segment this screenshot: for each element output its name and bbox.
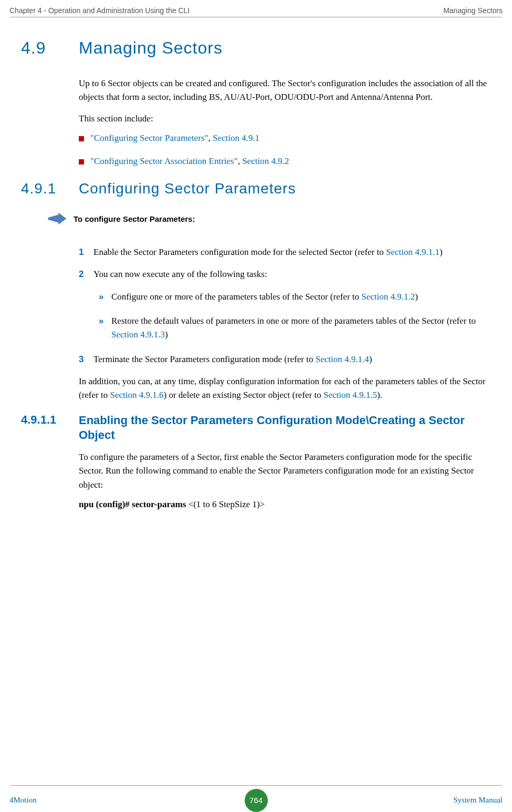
link-section-4-9-1-1[interactable]: Section 4.9.1.1 (386, 247, 440, 257)
section-links-list: "Configuring Sector Parameters", Section… (79, 133, 491, 167)
page-footer: 4Motion 764 System Manual (0, 788, 512, 812)
procedure-label: To configure Sector Parameters: (74, 214, 195, 223)
section-4-9-1-heading: 4.9.1 Configuring Sector Parameters (21, 180, 491, 197)
step-2: 2 You can now execute any of the followi… (79, 268, 491, 281)
text-part: ) (369, 354, 372, 364)
bullet-square-icon (79, 136, 84, 141)
cli-command: npu (config)# sector-params <(1 to 6 Ste… (79, 499, 491, 510)
link-configuring-sector-parameters[interactable]: "Configuring Sector Parameters" (90, 133, 208, 143)
text-part: Terminate the Sector Parameters configur… (93, 354, 316, 364)
step-number: 3 (79, 353, 93, 366)
page-header: Chapter 4 - Operation and Administration… (0, 0, 512, 17)
step-number: 2 (79, 268, 93, 281)
link-section-4-9-1-2[interactable]: Section 4.9.1.2 (361, 292, 415, 302)
link-configuring-sector-association[interactable]: "Configuring Sector Association Entries" (90, 156, 238, 166)
link-section-4-9-1-5[interactable]: Section 4.9.1.5 (323, 390, 377, 400)
link-section-4-9-2[interactable]: Section 4.9.2 (242, 156, 289, 166)
step-text-part: ) (440, 247, 443, 257)
sub-task-item: » Configure one or more of the parameter… (99, 290, 491, 304)
sub-task-text: Configure one or more of the parameters … (111, 290, 418, 304)
sub-tasks-list: » Configure one or more of the parameter… (99, 290, 491, 342)
step-text-part: Enable the Sector Parameters configurati… (93, 247, 386, 257)
section-4-9-heading: 4.9 Managing Sectors (21, 38, 491, 58)
footer-product-name: 4Motion (9, 796, 37, 805)
footer-divider (9, 785, 503, 786)
step-text: You can now execute any of the following… (93, 268, 491, 281)
link-section-4-9-1[interactable]: Section 4.9.1 (213, 133, 259, 143)
separator-text: , (208, 133, 213, 143)
footer-document-type: System Manual (453, 796, 503, 805)
bullet-text: "Configuring Sector Parameters", Section… (90, 133, 259, 143)
link-section-4-9-1-4[interactable]: Section 4.9.1.4 (316, 354, 369, 364)
chevron-icon: » (99, 290, 111, 304)
procedure-steps-continued: 3 Terminate the Sector Parameters config… (79, 353, 491, 366)
step-3: 3 Terminate the Sector Parameters config… (79, 353, 491, 366)
text-part: ) (165, 330, 168, 340)
step-text: Enable the Sector Parameters configurati… (93, 245, 491, 259)
text-part: Configure one or more of the parameters … (111, 292, 361, 302)
header-section: Managing Sectors (443, 6, 503, 15)
page-number-badge: 764 (245, 789, 268, 812)
command-args: <(1 to 6 StepSize 1)> (189, 499, 265, 509)
subsection-title: Configuring Sector Parameters (79, 180, 491, 197)
list-item: "Configuring Sector Parameters", Section… (79, 133, 491, 143)
section-title: Managing Sectors (79, 38, 491, 58)
subsubsection-title: Enabling the Sector Parameters Configura… (79, 413, 491, 443)
body-paragraph: To configure the parameters of a Sector,… (79, 450, 491, 492)
text-part: ) (415, 292, 418, 302)
sub-task-item: » Restore the default values of paramete… (99, 314, 491, 342)
separator-text: , (238, 156, 243, 166)
step-number: 1 (79, 245, 93, 259)
svg-marker-0 (48, 213, 66, 224)
arrow-right-icon (47, 213, 66, 224)
command-bold-part: npu (config)# sector-params (79, 499, 189, 509)
bullet-text: "Configuring Sector Association Entries"… (90, 156, 289, 167)
bullet-square-icon (79, 159, 84, 165)
link-section-4-9-1-3[interactable]: Section 4.9.1.3 (111, 330, 165, 340)
procedure-steps: 1 Enable the Sector Parameters configura… (79, 245, 491, 282)
intro-paragraph-1: Up to 6 Sector objects can be created an… (79, 77, 491, 105)
page-content: 4.9 Managing Sectors Up to 6 Sector obje… (0, 38, 512, 510)
subsection-number: 4.9.1 (21, 180, 79, 197)
list-item: "Configuring Sector Association Entries"… (79, 156, 491, 167)
header-divider (9, 17, 503, 17)
step-1: 1 Enable the Sector Parameters configura… (79, 245, 491, 259)
link-section-4-9-1-6[interactable]: Section 4.9.1.6 (110, 390, 163, 400)
subsubsection-number: 4.9.1.1 (21, 413, 79, 443)
sub-task-text: Restore the default values of parameters… (111, 314, 491, 342)
step-text: Terminate the Sector Parameters configur… (93, 353, 491, 366)
text-part: ) or delete an existing Sector object (r… (163, 390, 323, 400)
additional-info-paragraph: In addition, you can, at any time, displ… (79, 375, 491, 403)
header-chapter: Chapter 4 - Operation and Administration… (9, 6, 190, 15)
intro-paragraph-2: This section include: (79, 112, 491, 126)
text-part: ). (377, 390, 382, 400)
section-number: 4.9 (21, 38, 79, 58)
section-4-9-1-1-heading: 4.9.1.1 Enabling the Sector Parameters C… (21, 413, 491, 443)
procedure-header: To configure Sector Parameters: (47, 213, 491, 224)
chevron-icon: » (99, 314, 111, 328)
text-part: Restore the default values of parameters… (111, 316, 476, 326)
